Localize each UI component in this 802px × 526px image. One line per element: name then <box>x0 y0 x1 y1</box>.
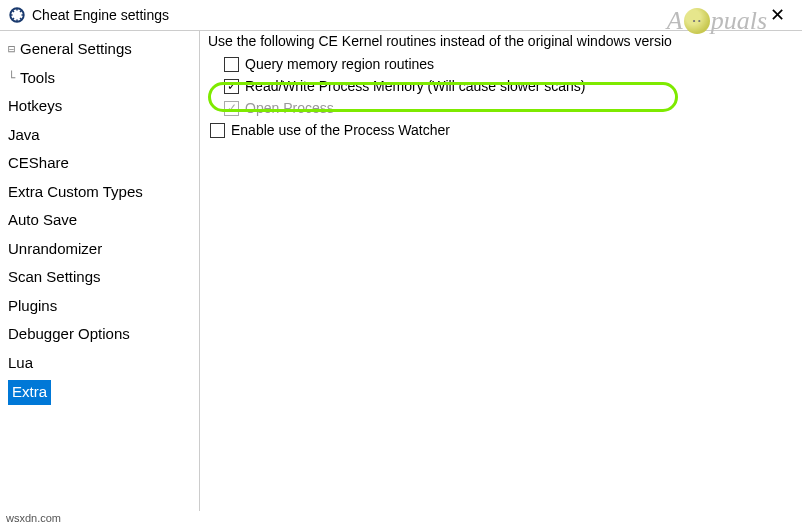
tree-branch-icon: └ <box>8 69 20 87</box>
close-button[interactable]: ✕ <box>762 4 792 26</box>
tree-expand-icon: ⊟ <box>8 40 20 58</box>
tree-label: Hotkeys <box>8 95 62 118</box>
tree-label: Auto Save <box>8 209 77 232</box>
tree-item-debugger-options[interactable]: Debugger Options <box>0 320 199 349</box>
checkbox-icon[interactable] <box>224 57 239 72</box>
tree-label: CEShare <box>8 152 69 175</box>
option-label: Query memory region routines <box>245 56 434 72</box>
tree-label: Unrandomizer <box>8 238 102 261</box>
option-enable-process-watcher[interactable]: Enable use of the Process Watcher <box>206 119 796 141</box>
app-icon <box>8 6 26 24</box>
tree-label: Tools <box>20 67 55 90</box>
tree-item-extra[interactable]: Extra <box>0 377 199 408</box>
titlebar: Cheat Engine settings ✕ <box>0 0 802 30</box>
window-title: Cheat Engine settings <box>32 7 169 23</box>
tree-item-auto-save[interactable]: Auto Save <box>0 206 199 235</box>
option-query-memory-region[interactable]: Query memory region routines <box>220 53 796 75</box>
tree-item-ceshare[interactable]: CEShare <box>0 149 199 178</box>
tree-label: Extra <box>8 380 51 405</box>
settings-tree: ⊟ General Settings └ Tools Hotkeys Java … <box>0 31 200 511</box>
tree-label: Extra Custom Types <box>8 181 143 204</box>
option-label: Open Process <box>245 100 334 116</box>
option-read-write-process-memory[interactable]: Read/Write Process Memory (Will cause sl… <box>220 75 796 97</box>
tree-item-general-settings[interactable]: ⊟ General Settings <box>0 35 199 64</box>
tree-item-scan-settings[interactable]: Scan Settings <box>0 263 199 292</box>
tree-label: Debugger Options <box>8 323 130 346</box>
tree-item-plugins[interactable]: Plugins <box>0 292 199 321</box>
tree-item-lua[interactable]: Lua <box>0 349 199 378</box>
settings-panel: Use the following CE Kernel routines ins… <box>200 31 802 511</box>
tree-label: General Settings <box>20 38 132 61</box>
tree-item-tools[interactable]: └ Tools <box>0 64 199 93</box>
option-open-process: Open Process <box>220 97 796 119</box>
tree-item-unrandomizer[interactable]: Unrandomizer <box>0 235 199 264</box>
checkbox-icon[interactable] <box>210 123 225 138</box>
tree-item-hotkeys[interactable]: Hotkeys <box>0 92 199 121</box>
tree-item-java[interactable]: Java <box>0 121 199 150</box>
footer-source: wsxdn.com <box>6 512 61 524</box>
kernel-routines-group-label: Use the following CE Kernel routines ins… <box>206 33 796 53</box>
content-area: ⊟ General Settings └ Tools Hotkeys Java … <box>0 30 802 511</box>
checkbox-icon[interactable] <box>224 79 239 94</box>
tree-item-extra-custom-types[interactable]: Extra Custom Types <box>0 178 199 207</box>
checkbox-icon <box>224 101 239 116</box>
tree-label: Scan Settings <box>8 266 101 289</box>
tree-label: Plugins <box>8 295 57 318</box>
option-label: Read/Write Process Memory (Will cause sl… <box>245 78 586 94</box>
tree-label: Java <box>8 124 40 147</box>
tree-label: Lua <box>8 352 33 375</box>
option-label: Enable use of the Process Watcher <box>231 122 450 138</box>
